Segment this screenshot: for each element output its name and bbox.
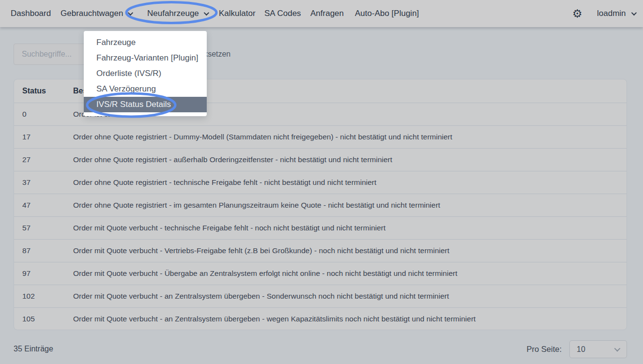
cell-status: 87 — [14, 246, 73, 255]
nav-right: ⚙ loadmin — [0, 0, 643, 27]
table-row: 102Order mit Quote verbucht - an Zentral… — [14, 285, 627, 307]
cell-description: Order mit Quote verbucht - an Zentralsys… — [73, 292, 627, 301]
top-nav: DashboardGebrauchtwagenNeufahrzeugeKalku… — [0, 0, 643, 27]
chevron-down-icon — [614, 346, 621, 352]
cell-description: Order mit Quote verbucht - technische Fr… — [73, 224, 627, 232]
cell-description: Order ohne Quote registriert - im gesamt… — [73, 201, 627, 210]
cell-status: 0 — [14, 110, 73, 119]
menu-item-fahrzeug-varianten-plugin[interactable]: Fahrzeug-Varianten [Plugin] — [84, 50, 207, 66]
cell-description: Order ohne Quote registriert - Dummy-Mod… — [73, 133, 627, 141]
menu-item-orderliste-ivs-r[interactable]: Orderliste (IVS/R) — [84, 66, 207, 81]
cell-status: 37 — [14, 178, 73, 187]
cell-description: Order mit Quote verbucht - Vertriebs-Fre… — [73, 246, 627, 255]
cell-status: 17 — [14, 133, 73, 141]
table-row: 87Order mit Quote verbucht - Vertriebs-F… — [14, 239, 627, 262]
entries-count: 35 Einträge — [14, 345, 53, 353]
chevron-down-icon — [631, 10, 636, 15]
cell-description: Order mit Quote verbucht - Übergabe an Z… — [73, 269, 627, 278]
user-menu[interactable]: loadmin — [597, 0, 635, 27]
cell-description: Order mit Quote verbucht - an Zentralsys… — [73, 315, 627, 323]
column-header-status: Status — [14, 87, 73, 95]
menu-item-ivs-r-status-details[interactable]: IVS/R Status Details — [84, 97, 207, 112]
per-page-label: Pro Seite: — [521, 345, 562, 354]
gear-icon[interactable]: ⚙ — [572, 0, 582, 27]
table-row: 47Order ohne Quote registriert - im gesa… — [14, 194, 627, 216]
neufahrzeuge-dropdown: FahrzeugeFahrzeug-Varianten [Plugin]Orde… — [84, 31, 207, 116]
cell-status: 47 — [14, 201, 73, 210]
cell-status: 105 — [14, 315, 73, 323]
per-page-value: 10 — [570, 345, 585, 354]
cell-description: Order ohne Quote registriert - außerhalb… — [73, 155, 627, 164]
table-row: 97Order mit Quote verbucht - Übergabe an… — [14, 262, 627, 285]
table-body: 0Order ist storniert17Order ohne Quote r… — [14, 103, 627, 330]
user-name: loadmin — [597, 9, 626, 18]
cell-status: 97 — [14, 269, 73, 278]
table-row: 37Order ohne Quote registriert - technis… — [14, 171, 627, 194]
cell-status: 57 — [14, 224, 73, 232]
cell-status: 102 — [14, 292, 73, 301]
table-row: 27Order ohne Quote registriert - außerha… — [14, 148, 627, 171]
menu-item-fahrzeuge[interactable]: Fahrzeuge — [84, 35, 207, 50]
cell-status: 27 — [14, 155, 73, 164]
table-row: 57Order mit Quote verbucht - technische … — [14, 216, 627, 239]
table-row: 105Order mit Quote verbucht - an Zentral… — [14, 307, 627, 330]
cell-description: Order ohne Quote registriert - technisch… — [73, 178, 627, 187]
table-row: 17Order ohne Quote registriert - Dummy-M… — [14, 125, 627, 148]
status-table: Status Beschreibung 0Order ist storniert… — [14, 79, 627, 330]
app-screen: DashboardGebrauchtwagenNeufahrzeugeKalku… — [0, 0, 643, 364]
per-page-select[interactable]: 10 — [569, 340, 627, 358]
menu-item-sa-verz-gerung[interactable]: SA Verzögerung — [84, 81, 207, 97]
